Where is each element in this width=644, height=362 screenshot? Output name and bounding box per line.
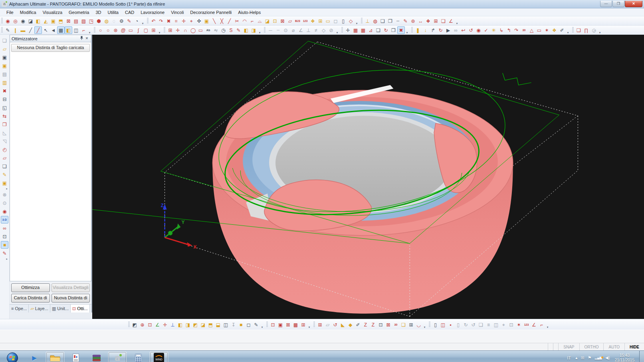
lift-icon[interactable]: ↰ bbox=[505, 26, 513, 34]
layers-op-icon[interactable]: ▤ bbox=[72, 17, 80, 25]
toolbar-overflow-icon[interactable]: ▾ bbox=[545, 325, 550, 329]
minimize-button[interactable]: — bbox=[600, 1, 612, 7]
sheets-ac-icon[interactable]: ❐ bbox=[386, 17, 394, 25]
copy-sheets-icon[interactable]: ❏ bbox=[379, 17, 386, 25]
wire-frame-icon[interactable]: ◻ bbox=[245, 321, 252, 328]
offset-geo-icon[interactable]: ▭ bbox=[324, 17, 332, 25]
rounded-rect-icon[interactable]: ▢ bbox=[142, 26, 150, 34]
rotate-cw-icon[interactable]: ↻ bbox=[462, 321, 470, 328]
arc-icon[interactable]: ∩ bbox=[182, 26, 189, 34]
snap-center-icon[interactable]: ⊙ bbox=[282, 26, 289, 34]
region-fill-icon[interactable]: ▣ bbox=[203, 17, 210, 25]
toolbar-overflow-icon[interactable]: ▾ bbox=[455, 22, 459, 25]
ghost-box-icon[interactable]: ◻ bbox=[332, 17, 339, 25]
language-indicator[interactable]: IT bbox=[564, 356, 574, 360]
j-hook-icon[interactable]: ↳ bbox=[497, 26, 505, 34]
toolbar-grip[interactable] bbox=[361, 18, 363, 24]
snap-grid-icon[interactable]: ◇ bbox=[320, 26, 327, 34]
insert-node-icon[interactable]: ✛ bbox=[180, 17, 188, 25]
copy-box-icon[interactable]: ❏ bbox=[477, 321, 485, 328]
surface-icon[interactable]: ◆ bbox=[347, 321, 354, 328]
iso-1-icon[interactable]: ◧ bbox=[176, 321, 184, 328]
chain-select-icon[interactable]: ❖ bbox=[309, 17, 317, 25]
print-preview-icon[interactable]: ◱ bbox=[1, 104, 8, 111]
folder-up-icon[interactable]: ↱ bbox=[429, 26, 437, 34]
carica-distinta-di-taglio-button[interactable]: Carica Distinta di Taglio bbox=[11, 294, 50, 303]
nc-code-icon[interactable]: ▤ bbox=[1, 70, 8, 78]
target-red-icon[interactable]: ◉ bbox=[475, 26, 482, 34]
toolbar-grip[interactable] bbox=[313, 322, 315, 328]
pen-tool-icon[interactable]: ✎ bbox=[4, 26, 12, 34]
text-ab-icon[interactable]: Ab bbox=[204, 26, 212, 34]
fillet-icon[interactable]: ◠ bbox=[241, 17, 248, 25]
media-player[interactable]: ▶ bbox=[25, 352, 44, 362]
open-icon[interactable]: ▱ bbox=[1, 45, 8, 53]
fly-plane-icon[interactable]: △ bbox=[528, 26, 535, 34]
scissors-icon[interactable]: ✂ bbox=[233, 17, 241, 25]
menu-decorazione-pannelli[interactable]: Decorazione Pannelli bbox=[187, 9, 235, 16]
toolbar-grip[interactable] bbox=[147, 18, 149, 24]
delete-file-icon[interactable]: ✖ bbox=[1, 87, 8, 95]
copy-red-icon[interactable]: ❏ bbox=[440, 17, 447, 25]
hook-icon[interactable]: ↩ bbox=[460, 26, 467, 34]
strip-expand-icon[interactable]: ▸ bbox=[2, 187, 8, 190]
hatch-circle-icon[interactable]: ◍ bbox=[371, 17, 379, 25]
frame-copy-icon[interactable]: ❏ bbox=[575, 26, 583, 34]
arc-3pt-icon[interactable]: ⌓ bbox=[256, 17, 264, 25]
press-op-icon[interactable]: ⊠ bbox=[65, 17, 72, 25]
text-ay-icon[interactable]: Ay bbox=[212, 26, 220, 34]
axes-uv-icon[interactable]: ∠ bbox=[154, 321, 161, 328]
rotate-icon[interactable]: ↻ bbox=[382, 26, 390, 34]
gear-circle-icon[interactable]: ⊛ bbox=[112, 26, 119, 34]
toolbar-overflow-icon[interactable]: ▾ bbox=[260, 325, 264, 329]
network-icon[interactable]: ▂▄▆ bbox=[593, 356, 604, 360]
l-bracket-icon[interactable]: ⌐ bbox=[538, 321, 545, 328]
dim-angle-icon[interactable]: ∠ bbox=[447, 17, 455, 25]
nesting-icon[interactable]: ◉ bbox=[4, 17, 12, 25]
display-opts-icon[interactable]: ⊡ bbox=[1, 233, 8, 240]
flat-curve-icon[interactable]: ◡ bbox=[415, 321, 422, 328]
save-nc-icon[interactable]: ▣ bbox=[1, 62, 8, 69]
saw-blade-icon[interactable]: ◎ bbox=[12, 17, 19, 25]
menu-vincoli[interactable]: Vincoli bbox=[168, 9, 187, 16]
pencil-flat-icon[interactable]: ✐ bbox=[558, 26, 566, 34]
toolbar-overflow-icon[interactable]: ▾ bbox=[335, 31, 339, 34]
hatch-box-icon[interactable]: ◪ bbox=[264, 17, 271, 25]
start-button[interactable] bbox=[3, 352, 22, 362]
close-button[interactable]: ✕ bbox=[625, 1, 642, 7]
action-center-flag-icon[interactable]: ⚑ bbox=[586, 355, 593, 360]
array-grid-icon[interactable]: ⊞ bbox=[317, 17, 324, 25]
corner-geo-icon[interactable]: ⌐ bbox=[80, 26, 87, 34]
box-delete-icon[interactable]: ⊠ bbox=[279, 17, 286, 25]
status-blank-cell[interactable] bbox=[553, 343, 558, 350]
view-zoom-box-icon[interactable]: ⊡ bbox=[146, 321, 154, 328]
white-box-icon[interactable]: ▯ bbox=[432, 321, 439, 328]
sim-box-2-icon[interactable]: ▣ bbox=[277, 321, 284, 328]
hidden-icons-chevron-icon[interactable]: ▴ bbox=[574, 355, 579, 360]
shaded-view-icon[interactable]: ◧ bbox=[65, 26, 72, 34]
iso-4-icon[interactable]: ◪ bbox=[199, 321, 207, 328]
toolbar-overflow-icon[interactable]: ▾ bbox=[422, 325, 427, 329]
list-plane-icon[interactable]: ≡ bbox=[485, 321, 492, 328]
plane-edit-icon[interactable]: ⊡ bbox=[507, 321, 515, 328]
tab-ope[interactable]: ≡Ope... bbox=[10, 305, 29, 313]
z-level-2-icon[interactable]: Z bbox=[369, 321, 377, 328]
box-check-icon[interactable]: ◫ bbox=[439, 321, 447, 328]
plane-sketch-icon[interactable]: ◇ bbox=[347, 17, 355, 25]
line-tool-icon[interactable]: ╱ bbox=[27, 26, 34, 34]
status-blank-cell[interactable] bbox=[548, 343, 553, 350]
new-file-icon[interactable]: ❏ bbox=[1, 37, 8, 44]
verify-op-icon[interactable]: ▨ bbox=[80, 17, 87, 25]
drop-down-tool-icon[interactable]: ↓ bbox=[422, 26, 429, 34]
menu-visualizza[interactable]: Visualizza bbox=[40, 9, 65, 16]
face-rotate-icon[interactable]: ▱ bbox=[286, 17, 294, 25]
menu-3d[interactable]: 3D bbox=[92, 9, 104, 16]
copy-geo-icon[interactable]: ❐ bbox=[1, 121, 8, 128]
toolbar-grip[interactable] bbox=[341, 27, 343, 33]
timer-icon[interactable]: ◴ bbox=[1, 146, 8, 153]
push-tool-icon[interactable]: ▶ bbox=[444, 26, 452, 34]
dim-b23-icon[interactable]: B23 bbox=[294, 17, 301, 25]
grid-a-icon[interactable]: ▦ bbox=[352, 26, 359, 34]
delete-icon[interactable]: ✖ bbox=[165, 17, 172, 25]
toolbar-overflow-icon[interactable]: ▾ bbox=[141, 22, 145, 25]
